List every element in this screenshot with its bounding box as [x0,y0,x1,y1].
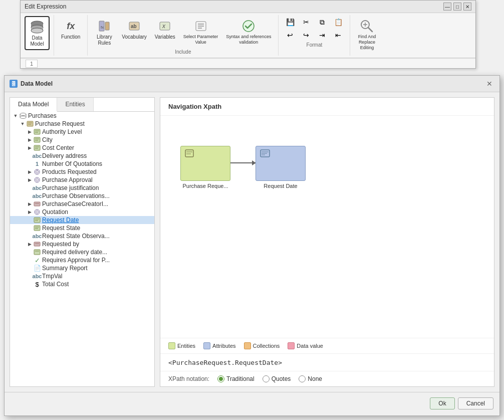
editor-tab[interactable]: 1 [26,60,38,68]
undo-button[interactable]: ↩ [283,29,298,41]
expander-products[interactable]: ▶ [26,168,33,175]
radio-none[interactable]: None [299,375,322,382]
tree-node-purchase-observations[interactable]: abc Purchase Observations... [10,192,154,200]
tree-label-delivery-address: Delivery address [42,152,87,159]
tree-node-requires-approval[interactable]: ✓ Requires Approval for P... [10,256,154,264]
icon-request-date [33,217,41,224]
entity-box [180,146,230,181]
syntax-validation-button[interactable]: Syntax and referencesvalidation [223,16,274,47]
expander-case-creator[interactable]: ▶ [26,200,33,207]
svg-point-45 [36,211,39,214]
svg-point-24 [20,116,26,119]
dialog-close-button[interactable]: ✕ [484,79,494,89]
tree-node-request-state[interactable]: Request State [10,224,154,232]
select-parameter-icon [193,18,209,34]
tree-node-number-quotations[interactable]: 1 Number Of Quotations [10,160,154,168]
toolbar-group-include: fx LibraryRules ab Vocabulary [88,15,279,56]
diagram-node-attr[interactable]: Request Date [256,146,306,189]
data-model-button[interactable]: DataModel [25,16,50,50]
redo-button[interactable]: ↪ [299,29,314,41]
icon-tmpval: abc [33,273,41,280]
indent-button[interactable]: ⇥ [315,29,330,41]
tree-node-summary-report[interactable]: 📄 Summary Report [10,264,154,272]
expander-city[interactable]: ▶ [26,136,33,143]
tree-node-purchase-justification[interactable]: abc Purchase justification [10,184,154,192]
find-replace-button[interactable]: Find AndReplaceEditing [354,16,379,52]
diagram-nodes: Purchase Reque... Request Date [180,146,306,189]
save-button[interactable]: 💾 [283,16,298,28]
tree-node-purchases[interactable]: ▼ Purchases [10,112,154,120]
radio-quotes[interactable]: Quotes [263,375,291,382]
tree-node-tmpval[interactable]: abc TmpVal [10,272,154,280]
vocabulary-icon: ab [126,18,142,34]
tree-node-purchase-request[interactable]: ▼ Purchase Request [10,120,154,128]
cancel-button[interactable]: Cancel [458,397,493,409]
tree-node-required-delivery[interactable]: Required delivery date... [10,248,154,256]
paste-button[interactable]: 📋 [331,16,346,28]
tree-label-number-quotations: Number Of Quotations [42,160,102,167]
diagram-node-entity[interactable]: Purchase Reque... [180,146,230,189]
toolbar-window: Edit Expression — □ ✕ [20,0,476,69]
tree-node-total-cost[interactable]: $ Total Cost [10,280,154,288]
tree-node-delivery-address[interactable]: abc Delivery address [10,152,154,160]
expander-purchases[interactable]: ▼ [12,112,19,119]
cut-button[interactable]: ✂ [299,16,314,28]
svg-text:x: x [162,23,166,30]
expander-requested-by[interactable]: ▶ [26,241,33,248]
library-rules-button[interactable]: fx LibraryRules [92,16,117,48]
tree-node-products-requested[interactable]: ▶ Products Requested [10,168,154,176]
select-parameter-button[interactable]: Select ParameterValue [180,16,221,47]
svg-rect-25 [27,121,33,126]
toolbar-group-buttons-function: fx Function [58,16,83,42]
select-parameter-label: Select ParameterValue [183,34,218,45]
expander-purchase-request[interactable]: ▼ [19,120,26,127]
icon-purchase-case-creator [33,200,41,207]
tree-node-cost-center[interactable]: ▶ Cost Center [10,144,154,152]
variables-button[interactable]: x Variables [152,16,178,42]
legend-item-collections: Collections [244,342,280,349]
maximize-button[interactable]: □ [453,3,461,11]
tree-node-request-date[interactable]: Request Date [10,216,154,224]
expander-purchase-approval[interactable]: ▶ [26,176,33,183]
expander-quotation[interactable]: ▶ [26,208,33,216]
syntax-validation-icon [240,18,257,34]
tree-node-quotation[interactable]: ▶ Quotation [10,208,154,216]
function-button[interactable]: fx Function [58,16,83,42]
include-label: Include [175,49,191,55]
vocabulary-button[interactable]: ab Vocabulary [119,16,149,42]
tree-node-authority-level[interactable]: ▶ Authority Level [10,128,154,136]
tree-node-purchase-approval[interactable]: ▶ Purchase Approval [10,176,154,184]
radio-traditional[interactable]: Traditional [217,375,255,382]
radio-traditional-circle[interactable] [217,375,224,382]
dialog-body: Data Model Entities ▼ Purchases ▼ [5,92,499,392]
paste-icon: 📋 [333,17,343,27]
radio-none-circle[interactable] [299,375,306,382]
tree-node-requested-by[interactable]: ▶ Requested by [10,240,154,248]
svg-rect-34 [34,145,40,150]
close-toolbar-button[interactable]: ✕ [463,3,471,11]
legend-box-collections [244,342,251,349]
radio-quotes-circle[interactable] [263,375,270,382]
icon-request-state-obs: abc [33,233,41,240]
legend-item-entities: Entities [168,342,195,349]
copy-button[interactable]: ⧉ [315,16,330,28]
radio-traditional-label: Traditional [226,375,255,382]
toolbar-group-buttons: DataModel [25,16,50,50]
tab-data-model[interactable]: Data Model [10,98,57,112]
outdent-button[interactable]: ⇤ [331,29,346,41]
syntax-validation-label: Syntax and referencesvalidation [226,34,271,45]
dialog-title-text: Data Model [21,80,53,87]
expander-cost-center[interactable]: ▶ [26,144,33,151]
ok-button[interactable]: Ok [430,397,454,409]
tree-label-quotation: Quotation [42,208,68,216]
tree-node-request-state-obs[interactable]: abc Request State Observa... [10,232,154,240]
tab-entities[interactable]: Entities [57,98,93,111]
tree-node-city[interactable]: ▶ City [10,136,154,144]
expander-authority-level[interactable]: ▶ [26,128,33,135]
tree-node-purchase-case-creator[interactable]: ▶ PurchaseCaseCreatorI... [10,200,154,208]
minimize-button[interactable]: — [443,3,451,11]
tree-container[interactable]: ▼ Purchases ▼ Purchase Request [10,112,154,386]
dialog-title-area: 🗄 Data Model [10,80,53,88]
xpath-notation-label: XPath notation: [168,375,209,382]
variables-label: Variables [155,34,175,40]
